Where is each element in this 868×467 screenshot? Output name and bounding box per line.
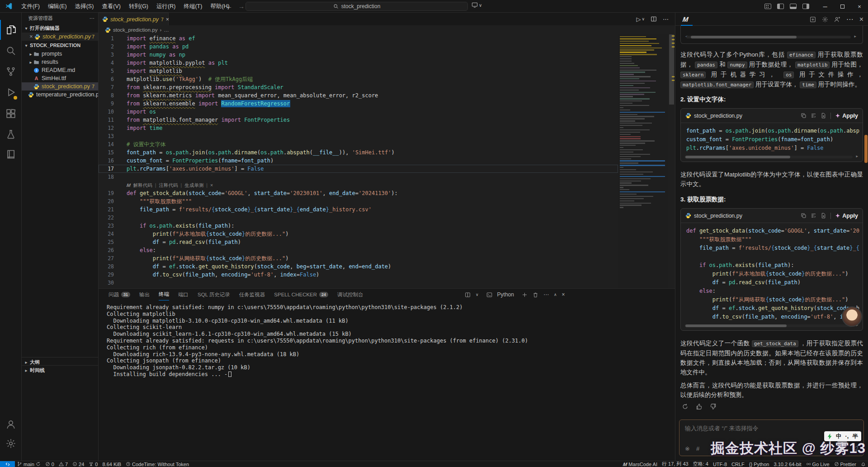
ime-punct[interactable]: ·, [845,433,849,439]
open-editors-section[interactable]: ▾打开的编辑器 [22,24,98,33]
panel-tab-输出[interactable]: 输出 [139,289,150,300]
breadcrumb[interactable]: stock_prediction.py › … [99,25,675,34]
new-file-icon[interactable] [821,213,826,219]
status-eol[interactable]: CRLF [729,461,747,467]
close-button[interactable]: × [851,0,868,13]
thumbs-up-icon[interactable] [696,403,703,410]
insert-code-icon[interactable] [811,213,816,219]
status-notifications[interactable] [859,461,868,467]
status-go-live[interactable]: Go Live [804,461,832,467]
more-icon[interactable]: ⋯ [846,15,854,24]
toggle-sidebar-icon[interactable] [777,4,784,9]
context-icon[interactable]: # [696,445,699,452]
split-editor-icon[interactable] [651,16,657,22]
commands-icon[interactable]: ※ [685,445,690,452]
status-prettier[interactable]: Prettier [832,461,859,467]
menu-item[interactable]: 转到(G) [125,0,152,13]
menu-item[interactable]: 编辑(E) [44,0,71,13]
activity-item-run-debug[interactable] [0,82,22,102]
run-button[interactable]: ▷∨ [636,16,645,23]
h-scrollbar[interactable]: ▸ [684,324,859,328]
split-terminal-icon[interactable] [465,292,471,298]
activity-item-testing[interactable] [0,124,22,144]
status-marscode[interactable]: MMarsCode AI [621,461,660,467]
timeline-section[interactable]: ▸时间线 [22,365,98,375]
nav-back-arrow[interactable]: ← [226,0,232,13]
panel-tab-问题[interactable]: 问题31 [108,289,130,300]
tree-item-stock_prediction.py[interactable]: stock_prediction.py7 [22,82,98,91]
menu-item[interactable]: 查看(V) [98,0,125,13]
apply-button[interactable]: Apply [835,213,858,219]
tree-item-results[interactable]: ▸results [22,58,98,66]
menu-item[interactable]: 选择(S) [71,0,98,13]
code-editor[interactable]: 1import efinance as ef2import pandas as … [99,34,618,288]
panel-tab-调试控制台[interactable]: 调试控制台 [337,289,363,300]
activity-item-account[interactable] [0,415,22,434]
copy-icon[interactable] [801,113,807,119]
status-language-mode[interactable]: {} Python [747,461,772,467]
ai-scrollbar-thumb[interactable] [864,135,868,163]
status-python-version[interactable]: 3.10.2 64-bit [771,461,803,467]
editor-scrollbar[interactable] [668,34,675,288]
more-icon[interactable]: ⋯ [543,291,549,298]
minimap[interactable] [618,34,668,288]
customize-layout-icon[interactable] [764,4,771,9]
ime-lang[interactable]: 中 [836,433,842,440]
code-card-content[interactable]: font_path = os.path.join(os.path.dirname… [681,123,863,153]
toggle-auxbar-icon[interactable] [802,4,809,9]
maximize-panel-icon[interactable]: ∧ [554,292,557,297]
tab-stock-prediction[interactable]: stock_prediction.py 7 × [99,13,169,25]
more-actions-icon[interactable]: ⋯ [663,16,669,23]
status-git-branch[interactable]: main [15,461,43,467]
root-folder-section[interactable]: ▾STOCK_PREDICTION [22,41,98,50]
activity-item-extensions[interactable] [0,104,22,124]
panel-tab-端口[interactable]: 端口 [178,289,189,300]
close-panel-icon[interactable]: × [859,15,863,24]
nav-forward-arrow[interactable]: → [238,0,245,13]
minimize-button[interactable]: ─ [816,0,834,13]
gear-icon[interactable] [822,16,828,23]
status-cursor-position[interactable]: 行 17, 列 43 [660,461,691,467]
status-codetime[interactable]: CodeTime: Without Token [123,461,191,467]
status-indentation[interactable]: 空格: 4 [691,461,711,467]
remote-indicator[interactable] [0,461,15,467]
menu-item[interactable]: 文件(F) [17,0,44,13]
tab-close-icon[interactable]: × [166,16,169,23]
menu-item[interactable]: 运行(R) [152,0,179,13]
codelens[interactable]: M 解释代码|注释代码|生成单测|× [99,181,618,189]
ime-width[interactable]: 半 [852,433,858,440]
kill-terminal-icon[interactable] [533,292,538,298]
thumbs-down-icon[interactable] [710,403,717,410]
panel-tab-SQL 历史记录[interactable]: SQL 历史记录 [198,289,230,300]
tree-item-README.md[interactable]: iREADME.md [22,66,98,74]
copy-icon[interactable] [801,213,807,219]
terminal-name[interactable]: Python [497,291,514,298]
new-chat-icon[interactable] [810,16,816,23]
terminal-output[interactable]: Requirement already satisfied: numpy in … [107,304,528,378]
marscode-logo-icon[interactable]: M [682,15,689,23]
status-file-size[interactable]: 8.64 KiB [100,461,123,467]
tree-item-temperature_prediction.py[interactable]: temperature_prediction.py [22,91,98,99]
chevron-down-icon[interactable]: ∨ [476,292,479,297]
status-infos[interactable]: 24 [70,461,86,467]
panel-tab-终端[interactable]: 终端 [159,289,169,300]
regenerate-icon[interactable] [682,403,689,410]
chat-messages[interactable]: ◂▸ 这段代码导入了多个Python库，包括 efinance 用于获取股票数据… [675,26,868,406]
new-terminal-icon[interactable] [522,292,528,298]
tree-item-prompts[interactable]: ▸prompts [22,50,98,58]
command-center-search[interactable]: stock_prediction [245,2,468,11]
status-encoding[interactable]: UTF-8 [711,461,729,467]
activity-item-settings[interactable] [0,434,22,453]
activity-item-source-control[interactable] [0,62,22,81]
activity-item-library[interactable] [0,144,22,164]
new-file-icon[interactable] [821,113,826,119]
close-panel-icon[interactable]: × [562,291,565,298]
open-editor-item[interactable]: × stock_prediction.py 7 [22,33,98,41]
close-editor-icon[interactable]: × [28,33,34,40]
panel-tab-SPELL CHECKER[interactable]: SPELL CHECKER24 [274,289,328,300]
h-scrollbar[interactable]: ▸ [684,155,859,159]
activity-item-search[interactable] [0,41,22,61]
insert-code-icon[interactable] [811,113,816,119]
account-share-icon[interactable] [834,16,840,23]
window-mode-button[interactable]: ∨ [472,2,482,8]
